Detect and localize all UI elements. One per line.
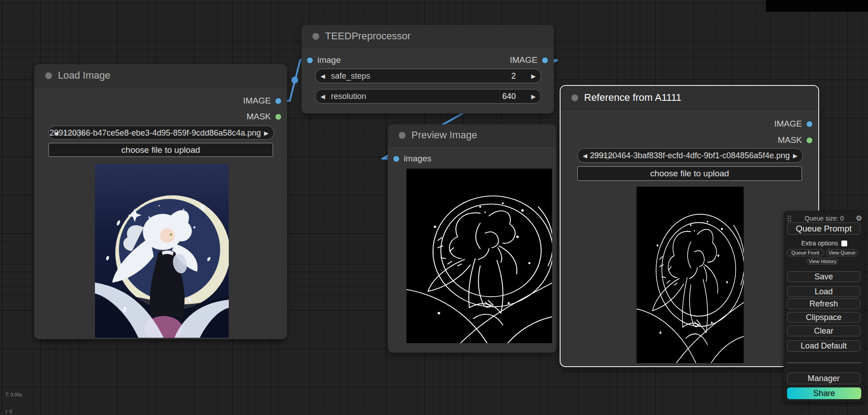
output-port-image[interactable]: IMAGE — [510, 56, 548, 64]
node-collapse-dot-icon[interactable] — [571, 94, 578, 101]
output-port-mask[interactable]: MASK — [246, 113, 282, 121]
widget-value: 640 — [502, 92, 516, 101]
manager-label: Manager — [807, 374, 840, 383]
load-default-label: Load Default — [801, 341, 847, 351]
menu-title-row: Queue size: 0 ⚙ — [783, 214, 865, 222]
node-title: Preview Image — [411, 129, 477, 141]
input-label: images — [404, 155, 431, 163]
image-port-dot-icon[interactable] — [542, 57, 548, 64]
node-header[interactable]: Reference from A1111 — [561, 86, 818, 110]
combo-prev-icon[interactable]: ◀ — [54, 130, 58, 136]
save-button[interactable]: Save — [787, 271, 860, 282]
settings-gear-icon[interactable]: ⚙ — [856, 214, 862, 222]
decrement-icon[interactable]: ◀ — [321, 73, 325, 79]
view-history-button[interactable]: View History — [807, 258, 838, 264]
loaded-image-preview — [95, 164, 229, 338]
node-collapse-dot-icon[interactable] — [45, 72, 52, 79]
choose-file-label: choose file to upload — [650, 169, 729, 179]
choose-file-label: choose file to upload — [121, 145, 200, 155]
refresh-button[interactable]: Refresh — [787, 298, 860, 309]
input-port-images[interactable]: images — [393, 155, 431, 163]
mask-port-dot-icon[interactable] — [806, 137, 813, 144]
input-label: image — [317, 56, 341, 64]
node-header[interactable]: TEEDPreprocessor — [302, 25, 554, 48]
reference-preview-image — [637, 187, 744, 363]
output-label: IMAGE — [243, 97, 271, 105]
combo-next-icon[interactable]: ▶ — [264, 130, 269, 136]
output-port-mask[interactable]: MASK — [778, 136, 813, 144]
top-right-black-bar — [766, 0, 868, 12]
combo-prev-icon[interactable]: ◀ — [583, 153, 587, 159]
combo-next-icon[interactable]: ▶ — [793, 153, 797, 159]
image-port-dot-icon[interactable] — [307, 57, 313, 64]
queue-front-button[interactable]: Queue Front — [787, 249, 824, 256]
node-teed-preprocessor[interactable]: TEEDPreprocessor image IMAGE ◀ safe_step… — [302, 25, 554, 113]
load-default-button[interactable]: Load Default — [787, 340, 860, 352]
view-queue-label: View Queue — [829, 250, 856, 255]
output-label: IMAGE — [510, 56, 538, 64]
link-midpoint-dot — [292, 77, 298, 84]
node-header[interactable]: Load Image — [34, 64, 287, 87]
load-button[interactable]: Load — [787, 286, 860, 297]
safe-steps-widget[interactable]: ◀ safe_steps 2 ▶ — [315, 69, 541, 83]
widget-label: safe_steps — [331, 71, 370, 81]
manager-button[interactable]: Manager — [787, 373, 860, 384]
node-title: Reference from A1111 — [584, 92, 681, 104]
choose-file-button[interactable]: choose file to upload — [577, 166, 802, 181]
view-history-label: View History — [809, 259, 836, 264]
resolution-widget[interactable]: ◀ resolution 640 ▶ — [315, 89, 541, 104]
extra-options-checkbox[interactable] — [841, 241, 847, 246]
anime-moon-artwork — [95, 164, 229, 338]
queue-prompt-button[interactable]: Queue Prompt — [787, 222, 860, 235]
lineart-artwork — [637, 187, 744, 363]
node-load-image[interactable]: Load Image IMAGE MASK ◀ image 299120366-… — [34, 64, 287, 339]
increment-icon[interactable]: ▶ — [531, 94, 536, 99]
stat-time: T: 0.00s — [5, 392, 28, 397]
node-preview-image[interactable]: Preview Image images — [388, 124, 557, 353]
image-filename-value: 299120366-b47ce5e8-ebe3-4d95-859f-9cdd86… — [50, 128, 261, 137]
stat-iterations: I: 0 — [5, 409, 28, 414]
node-collapse-dot-icon[interactable] — [312, 33, 319, 40]
widget-label: resolution — [331, 92, 366, 101]
comfyui-menu-panel: Queue size: 0 ⚙ Queue Prompt Extra optio… — [783, 211, 865, 402]
share-button[interactable]: Share — [787, 387, 861, 399]
image-port-dot-icon[interactable] — [806, 121, 813, 127]
mask-port-dot-icon[interactable] — [275, 113, 282, 120]
clipspace-button[interactable]: Clipspace — [787, 312, 860, 323]
lineart-artwork — [406, 169, 552, 343]
image-filename-value: 299120464-3baf838f-ecfd-4dfc-9bf1-c08485… — [590, 151, 790, 160]
share-label: Share — [813, 389, 835, 398]
queue-front-label: Queue Front — [792, 250, 820, 255]
output-label: IMAGE — [774, 120, 802, 128]
decrement-icon[interactable]: ◀ — [321, 94, 325, 99]
clipspace-label: Clipspace — [806, 313, 841, 322]
output-port-image[interactable]: IMAGE — [243, 97, 282, 105]
image-port-dot-icon[interactable] — [275, 98, 282, 104]
input-port-image[interactable]: image — [307, 56, 341, 64]
load-label: Load — [815, 287, 833, 297]
output-label: MASK — [778, 136, 802, 144]
output-port-image[interactable]: IMAGE — [774, 120, 813, 128]
output-label: MASK — [246, 113, 271, 121]
node-reference-from-a1111[interactable]: Reference from A1111 IMAGE MASK ◀ image … — [560, 85, 819, 367]
refresh-label: Refresh — [809, 299, 838, 309]
menu-divider — [787, 363, 861, 363]
view-queue-button[interactable]: View Queue — [826, 249, 858, 256]
clear-label: Clear — [814, 326, 833, 336]
image-port-dot-icon[interactable] — [393, 156, 400, 162]
save-label: Save — [814, 272, 833, 282]
clear-button[interactable]: Clear — [787, 325, 860, 336]
queue-size-label: Queue size: 0 — [783, 215, 865, 222]
widget-value: 2 — [511, 71, 516, 81]
edge-preview-image — [406, 169, 552, 343]
image-filename-combo[interactable]: ◀ image 299120464-3baf838f-ecfd-4dfc-9bf… — [577, 148, 803, 163]
canvas-stats-overlay: T: 0.00s I: 0 N: 4 [4] V: 8 FPS:62.11 — [5, 381, 28, 415]
comfyui-canvas[interactable]: { "icons": { "arrow_left": "◀", "arrow_r… — [0, 0, 868, 415]
choose-file-button[interactable]: choose file to upload — [48, 143, 273, 157]
image-filename-combo[interactable]: ◀ image 299120366-b47ce5e8-ebe3-4d95-859… — [48, 126, 274, 140]
increment-icon[interactable]: ▶ — [531, 73, 536, 79]
node-collapse-dot-icon[interactable] — [399, 132, 406, 139]
extra-options-row: Extra options — [783, 240, 865, 247]
queue-prompt-label: Queue Prompt — [796, 224, 852, 234]
node-header[interactable]: Preview Image — [388, 124, 557, 146]
